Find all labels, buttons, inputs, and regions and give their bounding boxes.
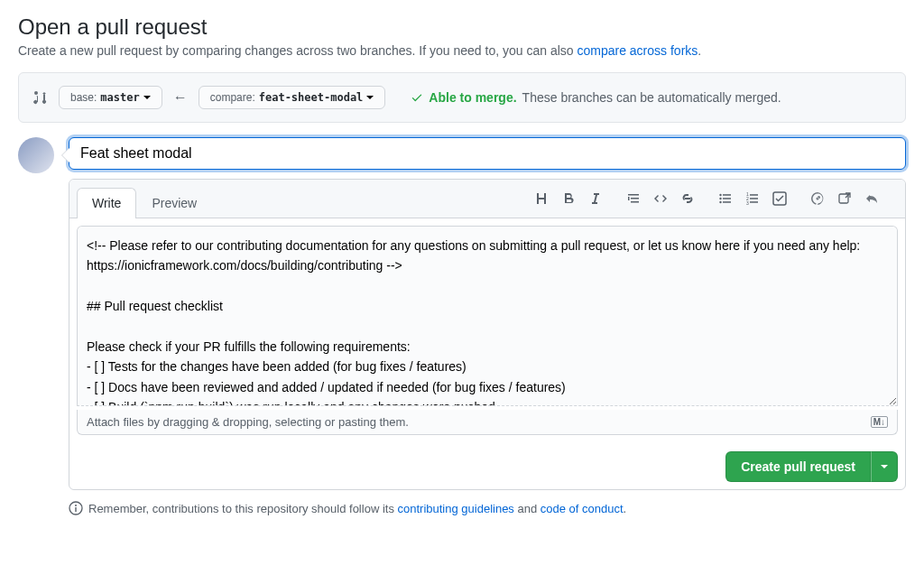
svg-text:3: 3 xyxy=(746,200,749,206)
heading-icon[interactable] xyxy=(530,187,553,210)
svg-rect-11 xyxy=(750,201,758,203)
tab-preview[interactable]: Preview xyxy=(136,188,212,218)
footer-note: Remember, contributions to this reposito… xyxy=(18,501,906,515)
quote-icon[interactable] xyxy=(622,187,645,210)
caret-down-icon xyxy=(143,94,151,101)
reply-icon[interactable] xyxy=(860,187,883,210)
comment-box: Write Preview xyxy=(69,137,906,490)
arrow-left-icon: ← xyxy=(173,89,188,106)
italic-icon[interactable] xyxy=(584,187,607,210)
markdown-toolbar: 123 xyxy=(522,187,898,218)
svg-rect-5 xyxy=(723,201,731,203)
contributing-guidelines-link[interactable]: contributing guidelines xyxy=(398,502,514,515)
svg-point-0 xyxy=(719,194,721,196)
base-label: base: xyxy=(70,91,97,104)
link-icon[interactable] xyxy=(676,187,699,210)
compare-box: base: master ← compare: feat-sheet-modal… xyxy=(18,72,906,123)
svg-rect-3 xyxy=(723,194,731,196)
mention-icon[interactable] xyxy=(806,187,829,210)
compare-value: feat-sheet-modal xyxy=(259,91,364,104)
compare-branch-button[interactable]: compare: feat-sheet-modal xyxy=(199,86,386,109)
merge-status: Able to merge. These branches can be aut… xyxy=(411,90,781,105)
subtitle-prefix: Create a new pull request by comparing c… xyxy=(18,43,577,58)
footer-mid: and xyxy=(514,502,541,515)
svg-rect-16 xyxy=(75,507,76,512)
compare-forks-link[interactable]: compare across forks xyxy=(577,43,698,58)
svg-rect-4 xyxy=(723,198,731,199)
base-branch-button[interactable]: base: master xyxy=(59,86,162,109)
svg-rect-10 xyxy=(750,198,758,199)
subtitle-suffix: . xyxy=(698,43,701,58)
info-icon xyxy=(69,501,83,515)
create-pr-dropdown-button[interactable] xyxy=(871,451,898,482)
compare-label: compare: xyxy=(210,91,255,104)
svg-point-2 xyxy=(719,201,721,203)
caret-down-icon xyxy=(366,94,374,101)
cross-reference-icon[interactable] xyxy=(833,187,856,210)
page-subtitle: Create a new pull request by comparing c… xyxy=(18,43,906,58)
tab-write[interactable]: Write xyxy=(77,188,136,218)
ordered-list-icon[interactable]: 123 xyxy=(741,187,764,210)
footer-prefix: Remember, contributions to this reposito… xyxy=(88,502,398,515)
tasklist-icon[interactable] xyxy=(768,187,791,210)
editor: Write Preview xyxy=(69,179,906,490)
merge-text: These branches can be automatically merg… xyxy=(522,90,781,105)
check-icon xyxy=(411,91,423,104)
svg-rect-9 xyxy=(750,194,758,196)
svg-rect-13 xyxy=(839,194,848,203)
code-of-conduct-link[interactable]: code of conduct xyxy=(541,502,624,515)
attach-hint-text: Attach files by dragging & dropping, sel… xyxy=(87,415,409,429)
bold-icon[interactable] xyxy=(557,187,580,210)
footer-suffix: . xyxy=(624,502,627,515)
git-compare-icon xyxy=(33,90,48,105)
attach-hint[interactable]: Attach files by dragging & dropping, sel… xyxy=(77,410,898,435)
pr-body-textarea[interactable] xyxy=(77,226,898,406)
create-pr-button[interactable]: Create pull request xyxy=(725,451,871,482)
editor-tabs: Write Preview xyxy=(77,188,212,218)
merge-able-label: Able to merge. xyxy=(429,90,516,105)
caret-down-icon xyxy=(881,463,888,470)
svg-point-1 xyxy=(719,198,721,199)
markdown-badge-icon: M↓ xyxy=(871,416,888,428)
pr-title-input[interactable] xyxy=(69,137,906,170)
svg-point-15 xyxy=(75,505,77,506)
code-icon[interactable] xyxy=(649,187,672,210)
base-value: master xyxy=(100,91,139,104)
avatar xyxy=(18,137,54,173)
page-title: Open a pull request xyxy=(18,14,906,40)
unordered-list-icon[interactable] xyxy=(714,187,737,210)
